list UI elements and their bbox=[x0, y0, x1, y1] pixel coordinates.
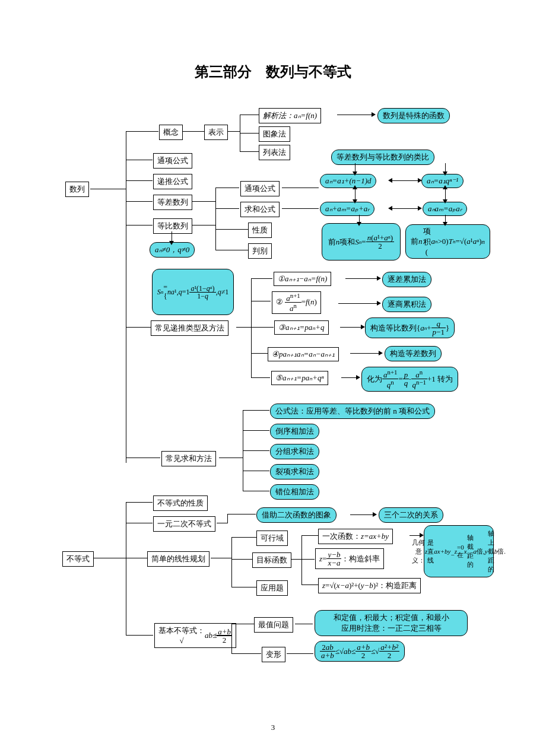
node-opt: 最值问题 bbox=[254, 617, 293, 633]
c2: ② an+1an=f(n) bbox=[272, 291, 321, 314]
s4: 裂项求和法 bbox=[270, 464, 319, 479]
node-ineq-prop: 不等式的性质 bbox=[153, 495, 208, 511]
var-formula: 2aba+b≤√ab≤a+b2≤√a²+b²2 bbox=[315, 641, 405, 662]
pill-f4: aₙaₘ=aₚaᵣ bbox=[423, 202, 467, 216]
page-number: 3 bbox=[0, 723, 546, 732]
node-var: 变形 bbox=[262, 647, 285, 662]
pill-sn-block: Sn= {na¹, q=1 a¹(1−qⁿ)1−q, q≠1 bbox=[152, 269, 234, 315]
lin: 一次函数：z=ax+by bbox=[318, 529, 393, 544]
node-graph: 图象法 bbox=[259, 126, 290, 142]
c1: ①aₙ₊₁−aₙ=f(n) bbox=[274, 272, 331, 286]
s5: 错位相加法 bbox=[270, 484, 319, 500]
s1: 公式法：应用等差、等比数列的前 n 项和公式 bbox=[270, 404, 435, 419]
s3: 分组求和法 bbox=[270, 444, 319, 459]
pill-special: 数列是特殊的函数 bbox=[377, 108, 450, 123]
node-summethod: 常见求和方法 bbox=[161, 451, 216, 466]
m2: 逐商累积法 bbox=[382, 297, 431, 312]
node-geom: 等比数列 bbox=[153, 218, 192, 234]
node-seq: 数列 bbox=[65, 182, 89, 197]
opt-note: 和定值，积最大；积定值，和最小应用时注意：一正二定三相等 bbox=[315, 610, 468, 636]
page-title: 第三部分 数列与不等式 bbox=[0, 62, 546, 81]
pill-sn: 前 n 项和 Sn=n(a¹+aⁿ)2 bbox=[322, 223, 401, 261]
c5: ⑤aₙ₊₁=paₙ+qⁿ bbox=[271, 371, 328, 385]
node-judge: 判别 bbox=[248, 243, 272, 259]
s2: 倒序相加法 bbox=[270, 424, 319, 439]
node-ineq: 不等式 bbox=[62, 551, 94, 567]
node-repr: 表示 bbox=[204, 125, 228, 140]
node-list: 列表法 bbox=[259, 145, 290, 160]
node-feasible: 可行域 bbox=[256, 531, 288, 546]
node-ctype: 常见递推类型及方法 bbox=[151, 320, 228, 336]
node-obj: 目标函数 bbox=[252, 552, 291, 568]
pill-tn: 前 n 项积(an>0) Tn=√(a¹aⁿ)n bbox=[405, 224, 490, 259]
m5: 化为an+1qn=pq·anqn−1+1 转为 bbox=[361, 367, 458, 392]
node-analytic: 解析法：aₙ=f(n) bbox=[259, 108, 321, 123]
node-sum2: 求和公式 bbox=[240, 202, 280, 217]
node-quad: 一元二次不等式 bbox=[153, 516, 215, 532]
node-lp: 简单的线性规划 bbox=[147, 551, 209, 567]
node-general: 通项公式 bbox=[153, 153, 192, 169]
node-arith: 等差数列 bbox=[153, 195, 192, 210]
geo: 几何意义：z 是直线 ax+by−z=0 在 x 轴截距的 a 倍, y 轴上截… bbox=[424, 525, 494, 577]
quad-img: 借助二次函数的图象 bbox=[256, 507, 337, 523]
pill-analogy: 等差数列与等比数列的类比 bbox=[331, 150, 434, 165]
node-appl: 应用题 bbox=[256, 580, 288, 596]
node-concept: 概念 bbox=[159, 125, 183, 140]
pill-f3: aₙ+aₘ=aₚ+aᵣ bbox=[320, 202, 374, 216]
pill-f1: aₙ=a₁+(n−1)d bbox=[320, 174, 376, 188]
c3: ③aₙ₊₁=paₙ+q bbox=[274, 320, 329, 335]
node-recur: 递推公式 bbox=[153, 174, 192, 189]
m1: 逐差累加法 bbox=[382, 272, 431, 287]
m4: 构造等差数列 bbox=[385, 346, 442, 361]
three2: 三个二次的关系 bbox=[379, 507, 443, 523]
node-gen2: 通项公式 bbox=[240, 181, 280, 196]
node-prop: 性质 bbox=[248, 223, 272, 238]
slope: z=y−bx−a：构造斜率 bbox=[315, 548, 384, 569]
c4: ④paₙ₊₁aₙ=aₙ−aₙ₊₁ bbox=[268, 347, 339, 361]
node-basic: 基本不等式：√ab≤a+b2 bbox=[154, 623, 236, 648]
dist: z=√(x−a)²+(y−b)²：构造距离 bbox=[318, 578, 421, 593]
m3: 构造等比数列{an+qp−1} bbox=[365, 317, 455, 338]
